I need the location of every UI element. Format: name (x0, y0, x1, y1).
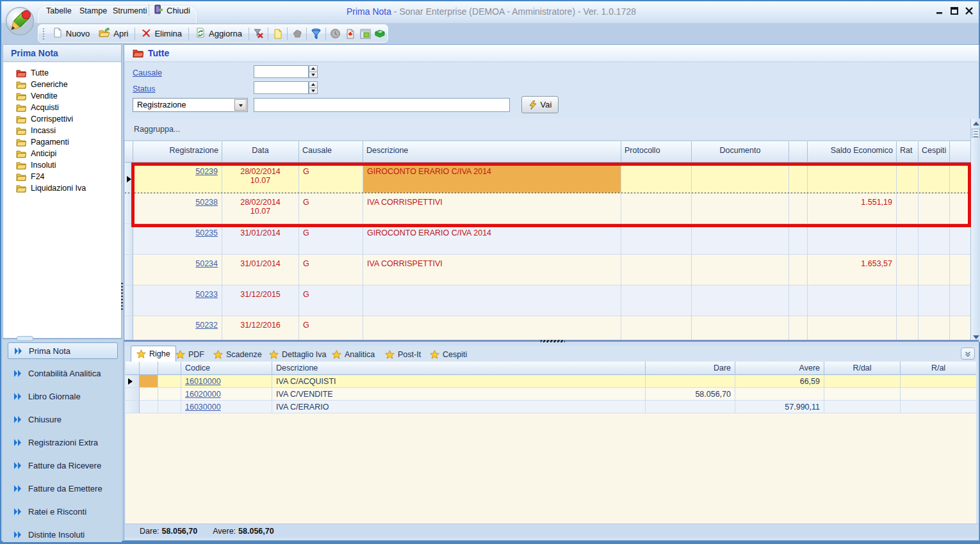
cell-protocollo[interactable] (621, 285, 692, 316)
tab-cespiti[interactable]: Cespiti (425, 347, 472, 362)
cell-cespiti[interactable] (919, 255, 950, 285)
column-header-cespiti[interactable]: Cespiti (919, 141, 950, 163)
tree-item-vendite[interactable]: Vendite (16, 90, 58, 102)
cell-causale[interactable]: G (299, 285, 363, 316)
nav-item-prima-nota[interactable]: Prima Nota (8, 342, 118, 359)
column-header-descrizione[interactable]: Descrizione (363, 141, 621, 163)
cell-causale[interactable]: G (299, 255, 363, 285)
aggiorna-button[interactable]: Aggiorna (191, 26, 247, 42)
cell-blank2[interactable] (950, 316, 970, 342)
vai-button[interactable]: Vai (521, 96, 559, 113)
tab-scadenze[interactable]: Scadenze (208, 347, 267, 362)
tree-item-pagamenti[interactable]: Pagamenti (16, 136, 69, 148)
cell-rat[interactable] (897, 255, 919, 285)
cell-protocollo[interactable] (621, 255, 692, 285)
cell-data[interactable]: 31/12/2015 (222, 285, 299, 316)
detail-cell-blank[interactable] (158, 401, 181, 413)
tree-item-liquidazioni-iva[interactable]: Liquidazioni Iva (16, 182, 86, 194)
detail-column-descrizione[interactable]: Descrizione (272, 362, 646, 375)
detail-row-16010000[interactable]: 16010000 IVA C/ACQUISTI 66,59 (126, 375, 976, 388)
clock-icon-disabled[interactable] (329, 28, 341, 40)
cell-documento[interactable] (692, 316, 789, 342)
search-input[interactable] (254, 98, 510, 112)
yellow-page-button[interactable] (272, 28, 284, 40)
cell-cespiti[interactable] (919, 224, 950, 255)
detail-cell-rdal[interactable] (824, 401, 901, 413)
detail-cell-dare[interactable]: 58.056,70 (646, 388, 735, 401)
detail-cell-descrizione[interactable]: IVA C/ACQUISTI (272, 375, 646, 388)
nav-splitter-grip[interactable] (17, 336, 33, 341)
tab-post-it[interactable]: Post-It (380, 347, 426, 362)
detail-column-codice[interactable]: Codice (181, 362, 272, 375)
cell-protocollo[interactable] (621, 316, 692, 342)
detail-cell-blank[interactable] (158, 375, 181, 388)
collapse-panel-button[interactable] (961, 348, 975, 360)
grid-row-50235[interactable]: 50235 31/01/2014 G GIROCONTO ERARIO C/IV… (125, 224, 970, 255)
status-label[interactable]: Status (133, 84, 155, 93)
detail-column-avere[interactable]: Avere (735, 362, 824, 375)
tree-item-insoluti[interactable]: Insoluti (16, 159, 56, 171)
detail-cell-codice[interactable]: 16020000 (181, 388, 272, 401)
close-button[interactable] (965, 6, 974, 15)
detail-cell-dare[interactable] (646, 375, 735, 388)
detail-cell-codice[interactable]: 16030000 (181, 401, 272, 413)
detail-cell-avere[interactable]: 57.990,11 (735, 401, 824, 413)
minimize-button[interactable] (935, 6, 944, 15)
clear-filter-button[interactable] (252, 28, 265, 40)
scrollbar-menu-button[interactable] (972, 129, 980, 138)
cell-protocollo[interactable] (621, 224, 692, 255)
vertical-scrollbar[interactable] (970, 118, 980, 342)
cell-documento[interactable] (692, 224, 789, 255)
cell-rat[interactable] (897, 285, 919, 316)
column-header-rat[interactable]: Rat (897, 141, 919, 163)
column-header-blank2[interactable] (950, 141, 970, 163)
detail-cell-ral[interactable] (901, 401, 976, 413)
detail-row-16020000[interactable]: 16020000 IVA C/VENDITE 58.056,70 (126, 388, 976, 401)
cell-saldo[interactable]: 1.653,57 (808, 255, 897, 285)
cell-rat[interactable] (897, 224, 919, 255)
cell-descrizione[interactable] (363, 285, 621, 316)
cell-saldo[interactable] (808, 316, 897, 342)
scroll-up-button[interactable] (971, 118, 980, 128)
cell-blank[interactable] (789, 255, 808, 285)
spin-up[interactable] (309, 65, 318, 72)
spin-down[interactable] (309, 88, 318, 95)
detail-cell-blank[interactable] (158, 388, 181, 401)
grid-row-50232[interactable]: 50232 31/12/2016 G (125, 316, 970, 342)
cell-saldo[interactable] (808, 285, 897, 316)
filter-button[interactable] (310, 28, 322, 40)
status-spinner[interactable] (309, 81, 318, 94)
status-input[interactable] (254, 81, 309, 94)
help-book-icon[interactable]: ? (374, 28, 386, 40)
cell-descrizione[interactable] (363, 316, 621, 342)
detail-cell-avere[interactable]: 66,59 (735, 375, 824, 388)
detail-row-16030000[interactable]: 16030000 IVA C/ERARIO 57.990,11 (126, 401, 976, 413)
nav-item-fatture-da-emettere[interactable]: Fatture da Emettere (8, 480, 118, 497)
column-header-protocollo[interactable]: Protocollo (621, 141, 692, 163)
tab-analitica[interactable]: Analitica (327, 347, 380, 362)
column-header-registrazione[interactable]: Registrazione (133, 141, 222, 163)
detail-cell-descrizione[interactable]: IVA C/ERARIO (272, 401, 646, 413)
cell-causale[interactable]: G (299, 316, 363, 342)
cell-blank2[interactable] (950, 285, 970, 316)
detail-cell-selected[interactable] (140, 375, 158, 388)
causale-label[interactable]: Causale (133, 68, 162, 77)
cell-documento[interactable] (692, 255, 789, 285)
detail-cell-avere[interactable] (735, 388, 824, 401)
causale-input[interactable] (254, 65, 309, 78)
nav-item-contabilita-analitica[interactable]: Contabilità Analitica (8, 365, 118, 381)
nav-item-distinte-insoluti[interactable]: Distinte Insoluti (8, 526, 118, 543)
tree-item-corrispettivi[interactable]: Corrispettivi (16, 113, 73, 125)
cell-documento[interactable] (692, 285, 789, 316)
detail-cell-dare[interactable] (646, 401, 735, 413)
detail-column-rdal[interactable]: R/dal (824, 362, 901, 375)
cell-registrazione[interactable]: 50234 (133, 255, 222, 285)
cell-registrazione[interactable]: 50235 (133, 224, 222, 255)
cell-cespiti[interactable] (919, 316, 950, 342)
cell-data[interactable]: 31/01/2014 (222, 255, 299, 285)
cell-descrizione[interactable]: GIROCONTO ERARIO C/IVA 2014 (363, 224, 621, 255)
detail-cell-rdal[interactable] (824, 388, 901, 401)
apri-button[interactable]: Apri (94, 26, 133, 42)
search-field-select[interactable]: Registrazione (133, 98, 248, 112)
elimina-button[interactable]: Elimina (137, 26, 186, 42)
